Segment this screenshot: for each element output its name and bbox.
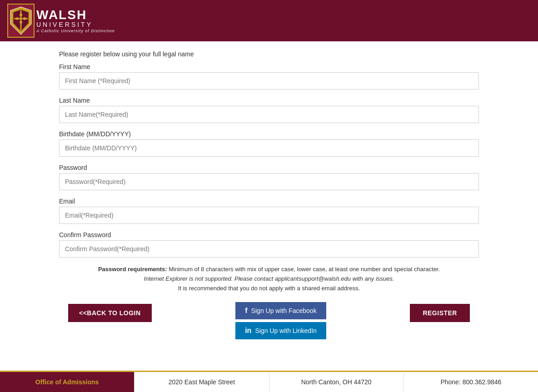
svg-point-7 [23,17,26,20]
linkedin-icon: in [245,327,251,335]
footer-phone: Phone: 800.362.9846 [404,371,538,392]
linkedin-signup-button[interactable]: in Sign Up with LinkedIn [235,322,326,339]
logo-university-text: UNIVERSITY [36,21,115,28]
footer-office: Office of Admissions [0,371,134,392]
social-buttons: f Sign Up with Facebook in Sign Up with … [235,302,326,339]
email-label: Email [59,198,479,205]
shared-email-warning: It is recommended that you do not apply … [178,285,360,292]
password-input[interactable] [59,173,479,190]
confirm-password-label: Confirm Password [59,231,479,238]
email-input[interactable] [59,207,479,224]
ie-warning: Internet Explorer is not supported. Plea… [144,275,394,282]
confirm-password-input[interactable] [59,240,479,258]
birthdate-label: Birthdate (MM/DD/YYYY) [59,130,479,138]
logo-text: WALSH UNIVERSITY A Catholic University o… [36,9,115,33]
last-name-input[interactable] [59,106,479,123]
logo-crest [7,4,35,38]
password-group: Password [59,164,479,190]
birthdate-input[interactable] [59,139,479,157]
password-label: Password [59,164,479,171]
confirm-password-group: Confirm Password [59,231,479,258]
footer-city: North Canton, OH 44720 [269,371,404,392]
last-name-label: Last Name [59,97,479,104]
footer: Office of Admissions 2020 East Maple Str… [0,371,538,392]
svg-point-6 [16,17,19,20]
back-to-login-button[interactable]: <<BACK TO LOGIN [68,304,152,322]
facebook-icon: f [245,307,247,315]
logo-tagline-text: A Catholic University of Distinction [36,29,115,33]
email-group: Email [59,198,479,224]
linkedin-signup-label: Sign Up with LinkedIn [255,327,316,334]
facebook-signup-button[interactable]: f Sign Up with Facebook [235,302,326,319]
buttons-row: <<BACK TO LOGIN f Sign Up with Facebook … [59,302,479,339]
first-name-label: First Name [59,63,479,70]
logo-walsh-text: WALSH [36,9,115,21]
logo: WALSH UNIVERSITY A Catholic University o… [7,4,115,38]
facebook-signup-label: Sign Up with Facebook [251,307,317,314]
register-button[interactable]: REGISTER [410,304,470,322]
main-content: Please register below using your full le… [0,41,538,348]
password-requirements-label: Password requirements: [98,266,167,273]
svg-point-5 [20,21,22,24]
form-instructions: Please register below using your full le… [59,50,479,58]
footer-address: 2020 East Maple Street [134,371,269,392]
password-requirements-text: Minimum of 8 characters with mix of uppe… [169,266,440,273]
first-name-input[interactable] [59,72,479,89]
password-requirements: Password requirements: Minimum of 8 char… [59,265,479,293]
first-name-group: First Name [59,63,479,89]
last-name-group: Last Name [59,97,479,123]
svg-point-4 [20,14,22,16]
header: WALSH UNIVERSITY A Catholic University o… [0,0,538,41]
birthdate-group: Birthdate (MM/DD/YYYY) [59,130,479,157]
